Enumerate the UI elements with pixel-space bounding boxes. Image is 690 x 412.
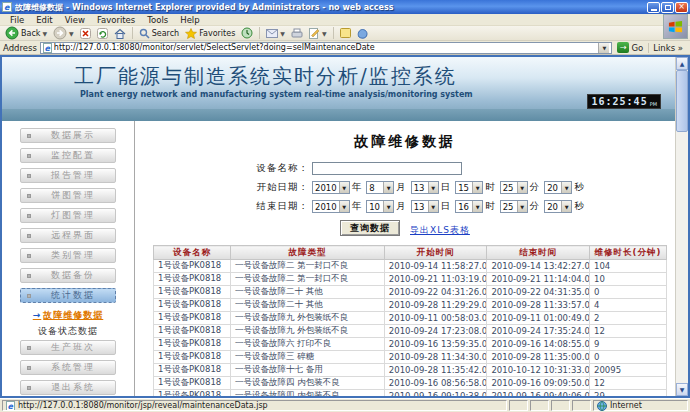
- menubar: FileEditViewFavoritesToolsHelp: [0, 14, 690, 26]
- sidebar-subitem[interactable]: 设备状态数据: [2, 324, 134, 338]
- chevron-down-icon: ▼: [472, 182, 482, 193]
- table-cell: 0: [590, 351, 667, 364]
- table-header-cell: 维修时长(分钟): [590, 246, 667, 260]
- table-cell: 2: [590, 312, 667, 325]
- scroll-up-button[interactable]: ▲: [676, 57, 688, 70]
- forward-button[interactable]: ▼: [51, 26, 76, 40]
- menu-item[interactable]: View: [59, 15, 91, 25]
- sidebar-item[interactable]: 统计数据: [20, 288, 116, 303]
- back-button[interactable]: Back ▼: [3, 26, 49, 40]
- banner: 工厂能源与制造系统实时分析/监控系统 Plant energy network …: [2, 57, 675, 109]
- address-dropdown-icon[interactable]: ▼: [598, 43, 609, 53]
- end-month-select[interactable]: 10▼: [366, 200, 394, 213]
- restore-button[interactable]: [661, 2, 674, 13]
- sidebar-subitem-active[interactable]: →故障维修数据: [2, 308, 134, 322]
- status-segment: [551, 400, 570, 411]
- sidebar-item[interactable]: 生产班次: [20, 340, 116, 355]
- end-minute-select[interactable]: 25▼: [500, 200, 528, 213]
- menu-item[interactable]: Tools: [141, 15, 174, 25]
- page-area: 工厂能源与制造系统实时分析/监控系统 Plant energy network …: [0, 55, 690, 398]
- refresh-button[interactable]: [95, 26, 110, 40]
- start-minute-select[interactable]: 25▼: [500, 181, 528, 194]
- close-button[interactable]: ×: [675, 2, 688, 13]
- messenger-button[interactable]: [355, 26, 370, 40]
- notes-button[interactable]: [338, 26, 353, 40]
- sidebar-subitem-label: 设备状态数据: [38, 325, 98, 338]
- forward-dropdown-icon[interactable]: ▼: [69, 30, 74, 37]
- sidebar-item[interactable]: 数据备份: [20, 268, 116, 283]
- mail-dropdown-icon[interactable]: ▼: [280, 30, 285, 37]
- scroll-down-button[interactable]: ▼: [676, 383, 688, 396]
- start-second-select[interactable]: 20▼: [544, 181, 572, 194]
- table-cell: 1号设备PK0818: [154, 273, 231, 286]
- start-day-select[interactable]: 13▼: [411, 181, 439, 194]
- sidebar-item[interactable]: 饼图管理: [20, 188, 116, 203]
- print-button[interactable]: [289, 26, 305, 40]
- start-date-label: 开始日期：: [245, 181, 309, 194]
- table-cell: 2010-09-16 14:08:55.0: [487, 338, 590, 351]
- search-button[interactable]: Search: [137, 26, 181, 40]
- menu-item[interactable]: Edit: [30, 15, 58, 25]
- table-cell: 1号设备PK0818: [154, 390, 231, 397]
- sidebar-item[interactable]: 类别管理: [20, 248, 116, 263]
- windows-logo: [663, 14, 688, 39]
- sidebar-item[interactable]: 远程界面: [20, 228, 116, 243]
- edit-button[interactable]: ▼: [307, 26, 329, 40]
- home-button[interactable]: [112, 26, 128, 40]
- go-button[interactable]: → Go: [615, 42, 645, 53]
- device-name-input[interactable]: [312, 162, 462, 175]
- sidebar-item[interactable]: 数据展示: [20, 128, 116, 143]
- chevron-down-icon: ▼: [472, 201, 482, 212]
- end-year-select[interactable]: 2010▼: [312, 200, 350, 213]
- teal-strip: [2, 109, 675, 121]
- start-year-select[interactable]: 2010▼: [312, 181, 350, 194]
- sidebar-item[interactable]: 灯图管理: [20, 208, 116, 223]
- edit-dropdown-icon[interactable]: ▼: [322, 30, 327, 37]
- scroll-thumb[interactable]: [676, 70, 688, 132]
- table-row: 1号设备PK0818一号设备故障二 第一封口不良2010-09-21 11:03…: [154, 273, 667, 286]
- scroll-track[interactable]: [676, 70, 688, 383]
- chevron-down-icon: ▼: [561, 182, 571, 193]
- forward-icon: [53, 26, 67, 40]
- address-input[interactable]: e http://127.0.0.1:8080/monitor/servlet/…: [40, 42, 613, 54]
- stop-button[interactable]: [78, 26, 93, 40]
- internet-zone-segment: Internet: [593, 400, 688, 411]
- status-segment: [509, 400, 528, 411]
- menu-item[interactable]: Help: [174, 15, 205, 25]
- history-button[interactable]: [239, 26, 255, 40]
- minimize-button[interactable]: [647, 2, 660, 13]
- go-label: Go: [631, 43, 643, 53]
- end-second-select[interactable]: 20▼: [544, 200, 572, 213]
- svg-text:e: e: [4, 3, 10, 12]
- table-cell: 一号设备故障六 打印不良: [230, 338, 384, 351]
- unit-label: 秒: [574, 181, 584, 194]
- mail-button[interactable]: ▼: [264, 26, 287, 40]
- start-month-select[interactable]: 8▼: [366, 181, 394, 194]
- sidebar-item[interactable]: 退出系统: [20, 380, 116, 395]
- unit-label: 月: [396, 200, 406, 213]
- sidebar-item[interactable]: 报告管理: [20, 168, 116, 183]
- clock-ampm: PM: [650, 101, 657, 107]
- sidebar-item[interactable]: 系统管理: [20, 360, 116, 375]
- menu-item[interactable]: Favorites: [91, 15, 141, 25]
- favorites-label: Favorites: [199, 29, 235, 38]
- history-icon: [241, 27, 253, 39]
- sidebar-item-label: 数据展示: [31, 129, 115, 142]
- end-day-select[interactable]: 13▼: [411, 200, 439, 213]
- table-cell: 2010-09-24 17:35:24.0: [487, 325, 590, 338]
- table-cell: 2010-09-16 08:56:58.0: [384, 377, 487, 390]
- vertical-scrollbar[interactable]: ▲ ▼: [675, 57, 688, 396]
- end-hour-select[interactable]: 16▼: [455, 200, 483, 213]
- print-icon: [291, 28, 303, 38]
- sidebar-item[interactable]: 监控配置: [20, 148, 116, 163]
- table-cell: 2010-09-28 11:29:29.0: [384, 299, 487, 312]
- back-dropdown-icon[interactable]: ▼: [42, 30, 47, 37]
- go-arrow-icon: →: [617, 42, 629, 53]
- start-hour-select[interactable]: 15▼: [455, 181, 483, 194]
- favorites-button[interactable]: Favorites: [183, 26, 237, 40]
- export-xls-link[interactable]: 导出XLS表格: [410, 224, 470, 237]
- table-cell: 10: [590, 273, 667, 286]
- menu-item[interactable]: File: [4, 15, 30, 25]
- query-data-button[interactable]: 查询数据: [340, 220, 400, 236]
- links-label[interactable]: Links »: [648, 43, 687, 53]
